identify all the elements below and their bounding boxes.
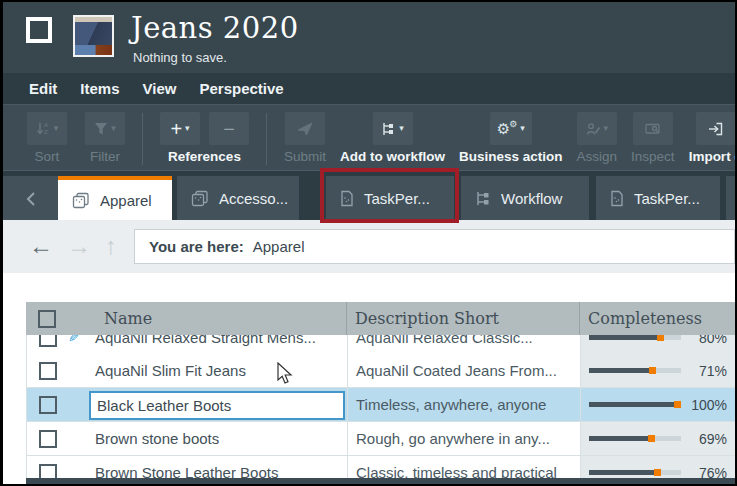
tab-taskper-2[interactable]: TaskPer... <box>596 176 720 221</box>
cell-description[interactable]: Timeless, anywhere, anyone <box>347 388 580 421</box>
tab-label: Accesso... <box>219 190 288 207</box>
svg-text:A: A <box>44 122 48 128</box>
add-reference-button[interactable]: + ▾ <box>160 112 200 145</box>
cell-completeness: 80% <box>580 335 735 354</box>
completeness-bar <box>589 335 681 341</box>
stack-icon <box>191 190 209 207</box>
menu-edit[interactable]: Edit <box>29 80 57 97</box>
row-checkbox[interactable] <box>39 396 57 414</box>
menu-items[interactable]: Items <box>80 80 119 97</box>
stack-icon <box>72 192 90 209</box>
column-header-description[interactable]: Description Short <box>346 302 579 335</box>
workflow-icon <box>475 191 491 206</box>
sort-label: Sort <box>35 149 60 164</box>
sort-button[interactable]: AZ ▾ <box>27 112 67 145</box>
import-button[interactable] <box>696 112 736 145</box>
cell-description[interactable]: Rough, go anywhere in any... <box>347 422 580 455</box>
toolbar-separator <box>266 113 267 165</box>
breadcrumb[interactable]: You are here: Apparel <box>134 229 735 264</box>
tab-accessories[interactable]: Accesso... <box>177 176 299 221</box>
tab-label: TaskPer... <box>364 190 430 207</box>
assign-person-icon <box>586 122 601 136</box>
submit-button[interactable] <box>285 112 325 145</box>
business-action-button[interactable]: ⚙ ⚙ ▾ <box>490 112 532 145</box>
menu-perspective[interactable]: Perspective <box>199 80 283 97</box>
assign-button[interactable]: ▾ <box>577 112 617 145</box>
cell-name[interactable]: AquaNil Slim Fit Jeans <box>87 354 347 387</box>
assign-group: ▾ Assign <box>577 112 618 164</box>
remove-reference-button[interactable]: − <box>209 112 249 145</box>
tab-taskper-1[interactable]: TaskPer... <box>326 176 454 221</box>
table-row[interactable]: Brown stone boots Rough, go anywhere in … <box>26 422 735 456</box>
minus-icon: − <box>223 119 235 139</box>
business-action-label: Business action <box>459 149 563 164</box>
completeness-percent: 100% <box>691 397 727 413</box>
tab-label: Workflow <box>501 190 562 207</box>
column-header-completeness[interactable]: Completeness <box>579 302 735 335</box>
workflow-icon <box>381 122 396 136</box>
save-status-text: Nothing to save. <box>133 50 227 65</box>
sort-group: AZ ▾ Sort <box>27 112 67 164</box>
menu-bar: Edit Items View Perspective <box>3 73 735 104</box>
modified-pen-icon: ✎ <box>68 335 79 345</box>
filter-label: Filter <box>90 149 120 164</box>
completeness-bar <box>589 367 681 374</box>
tab-partial[interactable] <box>726 176 737 221</box>
app-logo-icon <box>26 17 52 43</box>
cell-name[interactable]: Brown stone boots <box>87 422 347 455</box>
page-title: Jeans 2020 <box>131 11 299 45</box>
inspect-label: Inspect <box>631 149 675 164</box>
chevron-down-icon: ▾ <box>399 124 404 133</box>
item-table: Name Description Short Completeness ✎ Aq… <box>26 302 735 484</box>
plus-icon: + <box>170 119 182 139</box>
name-edit-input[interactable] <box>89 391 345 420</box>
tab-apparel[interactable]: Apparel <box>58 176 172 221</box>
inspect-button[interactable] <box>633 112 673 145</box>
up-button[interactable]: ↑ <box>105 230 117 262</box>
row-checkbox[interactable] <box>39 430 57 448</box>
add-to-workflow-label: Add to workflow <box>340 149 445 164</box>
inspect-magnifier-icon <box>645 122 661 136</box>
table-row[interactable]: ✎ AquaNil Relaxed Straight Mens... AquaN… <box>26 335 735 354</box>
tab-bar: Apparel Accesso... TaskPer... Workflow T <box>3 170 735 220</box>
completeness-bar <box>589 401 681 408</box>
toolbar-separator <box>142 113 143 165</box>
breadcrumb-label: You are here: <box>149 238 244 255</box>
column-header-name[interactable]: Name <box>86 302 346 335</box>
paper-plane-icon <box>297 122 313 136</box>
add-to-workflow-button[interactable]: ▾ <box>373 112 413 145</box>
completeness-percent: 71% <box>699 363 727 379</box>
table-row[interactable]: AquaNil Slim Fit Jeans AquaNil Coated Je… <box>26 354 735 388</box>
inspect-group: Inspect <box>631 112 675 164</box>
filter-group: ▾ Filter <box>85 112 125 164</box>
forward-button[interactable]: → <box>67 230 91 262</box>
chevron-down-icon: ▾ <box>604 124 609 133</box>
tab-workflow[interactable]: Workflow <box>461 176 589 221</box>
references-group: + ▾ − References <box>160 112 249 164</box>
tab-label: Apparel <box>100 192 152 209</box>
menu-view[interactable]: View <box>143 80 177 97</box>
tab-scroll-left-button[interactable] <box>3 176 58 221</box>
cell-description[interactable]: AquaNil Relaxed Classic... <box>347 335 580 354</box>
table-header-row: Name Description Short Completeness <box>26 302 735 335</box>
submit-group: Submit <box>284 112 326 164</box>
document-icon <box>340 190 354 207</box>
back-button[interactable]: ← <box>29 230 53 262</box>
cell-description[interactable]: AquaNil Coated Jeans From... <box>347 354 580 387</box>
row-checkbox[interactable] <box>39 362 57 380</box>
filter-button[interactable]: ▾ <box>85 112 125 145</box>
business-action-group: ⚙ ⚙ ▾ Business action <box>459 112 563 164</box>
table-row-selected[interactable]: Timeless, anywhere, anyone 100% <box>26 388 735 422</box>
content-area: Name Description Short Completeness ✎ Aq… <box>3 273 735 484</box>
document-icon <box>610 190 624 207</box>
import-icon <box>708 122 723 136</box>
breadcrumb-value: Apparel <box>253 238 305 255</box>
cell-name[interactable]: AquaNil Relaxed Straight Mens... <box>87 335 347 354</box>
filter-icon <box>94 122 108 136</box>
toolbar: AZ ▾ Sort ▾ Filter + ▾ <box>3 104 735 178</box>
select-all-checkbox[interactable] <box>38 310 56 328</box>
title-bar: Jeans 2020 Nothing to save. <box>3 2 735 73</box>
cell-completeness: 69% <box>580 422 735 455</box>
completeness-bar <box>589 435 681 442</box>
row-checkbox[interactable] <box>39 335 57 347</box>
